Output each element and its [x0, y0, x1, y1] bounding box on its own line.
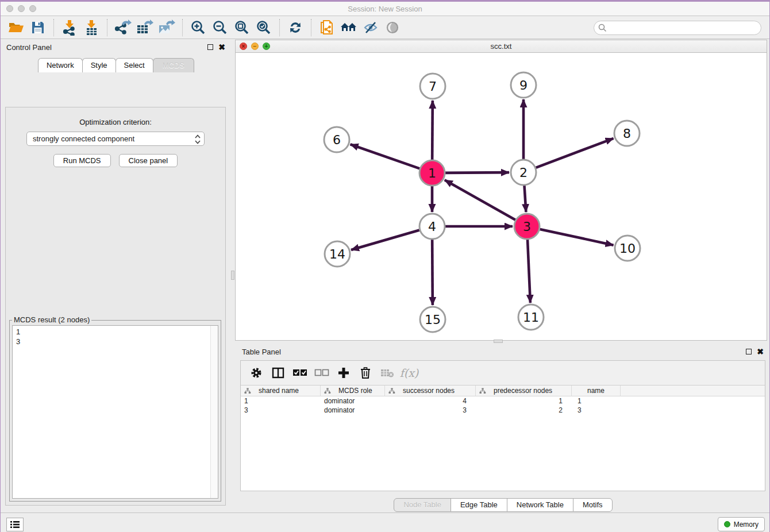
- edges-layer: [351, 99, 614, 305]
- export-network-button[interactable]: [112, 18, 134, 37]
- open-session-button[interactable]: [5, 18, 27, 37]
- tab-node-table[interactable]: Node Table: [394, 498, 451, 512]
- edge-4-15[interactable]: [432, 240, 433, 305]
- mcds-result-text[interactable]: 1 3: [12, 325, 218, 499]
- close-panel-button[interactable]: Close panel: [119, 154, 178, 167]
- tab-motifs[interactable]: Motifs: [573, 498, 613, 512]
- column-label: shared name: [259, 387, 299, 395]
- refresh-icon: [288, 21, 303, 34]
- homes-icon: [340, 21, 357, 34]
- task-history-button[interactable]: [6, 518, 24, 531]
- refresh-layout-button[interactable]: [284, 18, 306, 37]
- column-type-icon: [324, 388, 331, 394]
- show-columns-button[interactable]: [268, 364, 288, 382]
- select-all-button[interactable]: [290, 364, 310, 382]
- cell-shared_name: 1: [241, 397, 321, 405]
- close-panel-icon[interactable]: ✖: [218, 43, 225, 51]
- run-mcds-button[interactable]: Run MCDS: [53, 154, 111, 167]
- delete-table-icon: [380, 368, 394, 378]
- tab-network-table[interactable]: Network Table: [507, 498, 573, 512]
- eye-slash-icon: [363, 21, 378, 34]
- show-graphics-details-button[interactable]: [382, 18, 403, 37]
- result-scrollbar[interactable]: [210, 326, 218, 498]
- edge-2-8[interactable]: [536, 138, 614, 168]
- toolbar-separator: [107, 19, 107, 36]
- export-network-icon: [114, 20, 132, 36]
- table-row[interactable]: 1dominator411: [241, 396, 765, 406]
- fit-content-button[interactable]: [231, 18, 253, 37]
- tab-mcds[interactable]: MCDS: [153, 58, 194, 72]
- edge-3-10[interactable]: [540, 229, 613, 245]
- graph-node-label-2: 2: [519, 165, 528, 180]
- graph-node-label-8: 8: [623, 126, 631, 141]
- edge-1-2[interactable]: [445, 172, 509, 173]
- table-tabs: Node Table Edge Table Network Table Moti…: [235, 498, 770, 512]
- zoom-in-button[interactable]: [187, 18, 209, 37]
- column-header-name[interactable]: name: [572, 385, 621, 396]
- document-network-icon: [319, 20, 334, 36]
- zoom-selected-icon: [256, 20, 271, 35]
- float-panel-icon[interactable]: [207, 44, 213, 50]
- tab-style[interactable]: Style: [82, 58, 116, 72]
- network-view-window: × − + scc.txt 7968124314101511: [235, 40, 767, 341]
- edge-3-11[interactable]: [528, 240, 530, 303]
- list-icon: [10, 521, 20, 529]
- table-panel-header: Table Panel ✖: [235, 344, 770, 359]
- column-type-icon: [244, 388, 251, 394]
- edge-4-14[interactable]: [351, 230, 419, 250]
- horizontal-splitter-handle[interactable]: [494, 340, 503, 343]
- save-session-button[interactable]: [27, 18, 49, 37]
- close-table-panel-icon[interactable]: ✖: [757, 348, 764, 356]
- column-header-successor[interactable]: successor nodes: [385, 385, 476, 396]
- table-row[interactable]: 3dominator323: [241, 406, 765, 415]
- column-header-shared_name[interactable]: shared name: [241, 385, 321, 396]
- edge-2-3[interactable]: [524, 186, 526, 212]
- graph-node-label-10: 10: [619, 241, 636, 256]
- vertical-splitter-handle[interactable]: [231, 271, 234, 280]
- network-canvas[interactable]: 7968124314101511: [236, 53, 767, 340]
- window-title: Session: New Session: [1, 5, 769, 13]
- float-table-panel-icon[interactable]: [746, 349, 752, 354]
- hide-panel-button[interactable]: [360, 18, 382, 37]
- toolbar-separator: [182, 19, 183, 36]
- zoom-selected-button[interactable]: [253, 18, 275, 37]
- window-titlebar: Session: New Session: [1, 2, 769, 16]
- memory-status-icon: [724, 521, 730, 527]
- memory-button[interactable]: Memory: [718, 517, 765, 531]
- zoom-out-button[interactable]: [209, 18, 231, 37]
- deselect-all-button[interactable]: [312, 364, 332, 382]
- export-image-button[interactable]: [156, 18, 178, 37]
- save-icon: [31, 21, 45, 34]
- search-input[interactable]: [594, 21, 761, 35]
- control-panel: Control Panel ✖ Network Style Select MCD…: [1, 40, 231, 512]
- edge-3-1[interactable]: [445, 180, 515, 219]
- unchecked-boxes-icon: [314, 369, 329, 377]
- mcds-panel-body: Optimization criterion: strongly connect…: [5, 107, 226, 506]
- table-container: f(x) shared nameMCDS rolesuccessor nodes…: [240, 360, 765, 491]
- add-column-button[interactable]: [334, 364, 353, 382]
- column-header-mcds_role[interactable]: MCDS role: [321, 385, 385, 396]
- export-table-button[interactable]: [134, 18, 156, 37]
- status-bar: Memory: [1, 512, 769, 532]
- graph-node-label-14: 14: [329, 247, 345, 261]
- import-table-button[interactable]: [80, 18, 102, 37]
- criterion-dropdown[interactable]: strongly connected component: [26, 132, 205, 146]
- control-panel-header: Control Panel ✖: [1, 40, 231, 55]
- column-header-predecessor[interactable]: predecessor nodes: [476, 385, 572, 396]
- open-folder-icon: [8, 21, 24, 34]
- network-browser-button[interactable]: [338, 18, 360, 37]
- toolbar-separator: [279, 19, 280, 36]
- table-settings-button[interactable]: [247, 364, 266, 382]
- graph-node-label-9: 9: [519, 78, 528, 92]
- import-network-button[interactable]: [59, 18, 80, 37]
- network-window-titlebar: × − + scc.txt: [236, 40, 767, 53]
- tab-network[interactable]: Network: [38, 58, 83, 72]
- criterion-value: strongly connected component: [33, 134, 134, 143]
- open-ndex-button[interactable]: [316, 18, 338, 37]
- delete-column-button[interactable]: [356, 364, 375, 382]
- tab-select[interactable]: Select: [116, 58, 153, 72]
- tab-edge-table[interactable]: Edge Table: [451, 498, 507, 512]
- edge-1-6[interactable]: [351, 144, 420, 168]
- column-label: predecessor nodes: [494, 387, 552, 395]
- edge-1-7[interactable]: [432, 101, 433, 160]
